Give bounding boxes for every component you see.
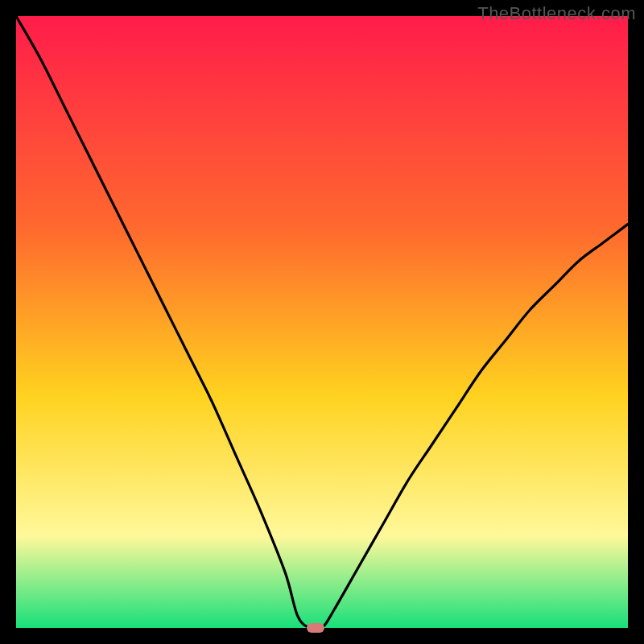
optimum-marker <box>307 623 324 633</box>
plot-svg <box>16 16 628 628</box>
gradient-background <box>16 16 628 628</box>
plot-area <box>16 16 628 628</box>
chart-frame: TheBottleneck.com <box>0 0 644 644</box>
watermark-text: TheBottleneck.com <box>477 3 636 24</box>
